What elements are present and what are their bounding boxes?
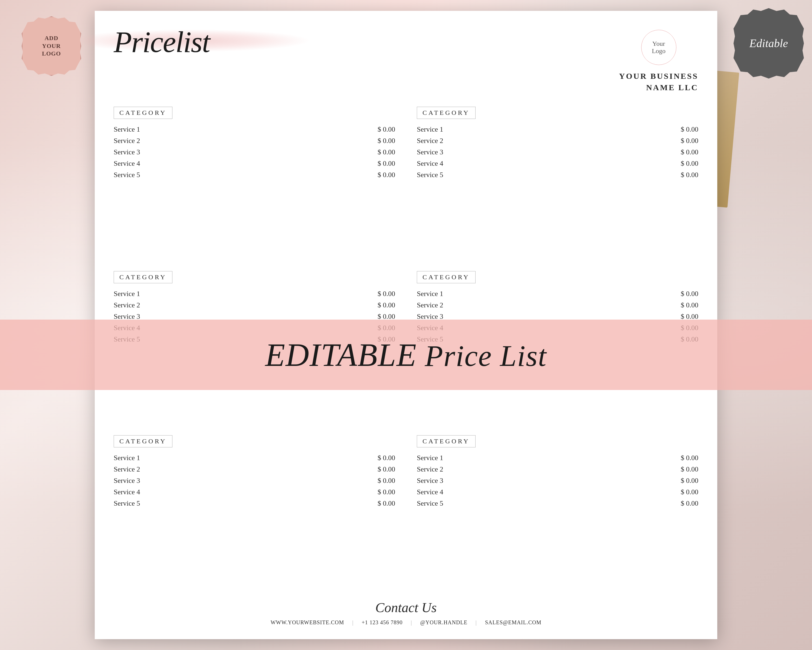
service-name-3-2: Service 2 <box>114 301 140 309</box>
service-price-6-5: $ 0.00 <box>681 499 698 508</box>
service-name-3-1: Service 1 <box>114 290 140 298</box>
add-logo-badge: ADD YOUR LOGO <box>21 16 81 76</box>
banner-text: EDITABLE Price List <box>265 336 547 374</box>
service-price-2-4: $ 0.00 <box>681 159 698 168</box>
service-row-6-2: Service 2$ 0.00 <box>417 463 698 475</box>
service-row-2-5: Service 5$ 0.00 <box>417 169 698 180</box>
service-price-3-1: $ 0.00 <box>378 290 395 298</box>
contact-section: Contact Us WWW.YOURWEBSITE.COM | +1 123 … <box>114 594 698 626</box>
service-row-1-5: Service 5$ 0.00 <box>114 169 395 180</box>
editable-shape: Editable <box>734 8 804 78</box>
banner-text-bold: EDITABLE <box>265 337 417 373</box>
service-price-6-2: $ 0.00 <box>681 465 698 473</box>
service-price-1-1: $ 0.00 <box>378 125 395 133</box>
pricelist-title-area: Pricelist <box>114 27 619 57</box>
service-name-1-4: Service 4 <box>114 159 140 168</box>
service-row-3-2: Service 2$ 0.00 <box>114 300 395 311</box>
service-row-2-1: Service 1$ 0.00 <box>417 124 698 135</box>
service-price-5-3: $ 0.00 <box>378 477 395 485</box>
business-name: YOUR BUSINESS NAME LLC <box>619 70 698 93</box>
service-row-5-4: Service 4$ 0.00 <box>114 486 395 498</box>
category-header-5: CATEGORY <box>114 435 172 447</box>
business-name-line2: NAME LLC <box>619 82 698 93</box>
service-name-5-3: Service 3 <box>114 477 140 485</box>
badge-text-logo: LOGO <box>42 50 61 58</box>
service-price-5-1: $ 0.00 <box>378 454 395 462</box>
service-price-6-4: $ 0.00 <box>681 488 698 496</box>
service-row-1-2: Service 2$ 0.00 <box>114 135 395 147</box>
service-row-5-1: Service 1$ 0.00 <box>114 452 395 463</box>
service-price-5-2: $ 0.00 <box>378 465 395 473</box>
service-price-4-2: $ 0.00 <box>681 301 698 309</box>
logo-text-line1: Your <box>652 40 665 47</box>
service-price-6-1: $ 0.00 <box>681 454 698 462</box>
service-name-1-3: Service 3 <box>114 148 140 156</box>
service-price-1-5: $ 0.00 <box>378 171 395 179</box>
service-row-2-3: Service 3$ 0.00 <box>417 147 698 158</box>
contact-phone: +1 123 456 7890 <box>362 619 403 626</box>
service-row-3-1: Service 1$ 0.00 <box>114 288 395 300</box>
service-row-1-3: Service 3$ 0.00 <box>114 147 395 158</box>
service-price-5-5: $ 0.00 <box>378 499 395 508</box>
contact-bar: WWW.YOURWEBSITE.COM | +1 123 456 7890 | … <box>114 619 698 626</box>
service-row-1-4: Service 4$ 0.00 <box>114 158 395 169</box>
service-price-2-2: $ 0.00 <box>681 137 698 145</box>
service-name-5-1: Service 1 <box>114 454 140 462</box>
service-name-2-3: Service 3 <box>417 148 443 156</box>
service-name-4-2: Service 2 <box>417 301 443 309</box>
category-header-1: CATEGORY <box>114 107 172 119</box>
category-header-6: CATEGORY <box>417 435 476 447</box>
service-price-4-1: $ 0.00 <box>681 290 698 298</box>
category-header-2: CATEGORY <box>417 107 476 119</box>
service-price-2-5: $ 0.00 <box>681 171 698 179</box>
separator-2: | <box>411 619 412 626</box>
service-name-1-2: Service 2 <box>114 137 140 145</box>
document-header: Pricelist Your Logo YOUR BUSINESS NAME L… <box>114 27 698 93</box>
service-price-2-3: $ 0.00 <box>681 148 698 156</box>
service-name-1-1: Service 1 <box>114 125 140 133</box>
service-name-2-4: Service 4 <box>417 159 443 168</box>
service-name-6-3: Service 3 <box>417 477 443 485</box>
service-row-2-2: Service 2$ 0.00 <box>417 135 698 147</box>
service-price-3-2: $ 0.00 <box>378 301 395 309</box>
pink-banner: EDITABLE Price List <box>0 320 812 390</box>
service-name-6-1: Service 1 <box>417 454 443 462</box>
editable-badge-text: Editable <box>749 37 788 50</box>
service-price-6-3: $ 0.00 <box>681 477 698 485</box>
category-section-5: CATEGORYService 1$ 0.00Service 2$ 0.00Se… <box>114 435 395 586</box>
service-price-1-3: $ 0.00 <box>378 148 395 156</box>
service-row-2-4: Service 4$ 0.00 <box>417 158 698 169</box>
service-row-4-1: Service 1$ 0.00 <box>417 288 698 300</box>
service-name-6-5: Service 5 <box>417 499 443 508</box>
badge-text-add: ADD <box>45 34 58 42</box>
service-row-1-1: Service 1$ 0.00 <box>114 124 395 135</box>
service-name-6-4: Service 4 <box>417 488 443 496</box>
category-section-2: CATEGORYService 1$ 0.00Service 2$ 0.00Se… <box>417 107 698 258</box>
badge-text-your: YOUR <box>42 42 61 50</box>
service-name-2-5: Service 5 <box>417 171 443 179</box>
contact-website: WWW.YOURWEBSITE.COM <box>271 619 344 626</box>
service-name-5-2: Service 2 <box>114 465 140 473</box>
service-price-2-1: $ 0.00 <box>681 125 698 133</box>
category-section-6: CATEGORYService 1$ 0.00Service 2$ 0.00Se… <box>417 435 698 586</box>
business-name-line1: YOUR BUSINESS <box>619 70 698 82</box>
contact-handle: @YOUR.HANDLE <box>420 619 467 626</box>
service-price-1-2: $ 0.00 <box>378 137 395 145</box>
contact-email: SALES@EMAIL.COM <box>485 619 541 626</box>
badge-shape: ADD YOUR LOGO <box>21 16 81 76</box>
header-right: Your Logo YOUR BUSINESS NAME LLC <box>619 30 698 93</box>
service-name-5-5: Service 5 <box>114 499 140 508</box>
banner-text-script: Price List <box>417 340 547 372</box>
service-row-5-3: Service 3$ 0.00 <box>114 475 395 486</box>
pricelist-script-title: Pricelist <box>114 27 619 57</box>
service-name-5-4: Service 4 <box>114 488 140 496</box>
service-name-4-1: Service 1 <box>417 290 443 298</box>
category-header-4: CATEGORY <box>417 271 476 283</box>
contact-script-label: Contact Us <box>114 600 698 615</box>
service-row-5-5: Service 5$ 0.00 <box>114 498 395 509</box>
service-row-6-5: Service 5$ 0.00 <box>417 498 698 509</box>
service-row-4-2: Service 2$ 0.00 <box>417 300 698 311</box>
service-name-6-2: Service 2 <box>417 465 443 473</box>
service-row-5-2: Service 2$ 0.00 <box>114 463 395 475</box>
category-header-3: CATEGORY <box>114 271 172 283</box>
